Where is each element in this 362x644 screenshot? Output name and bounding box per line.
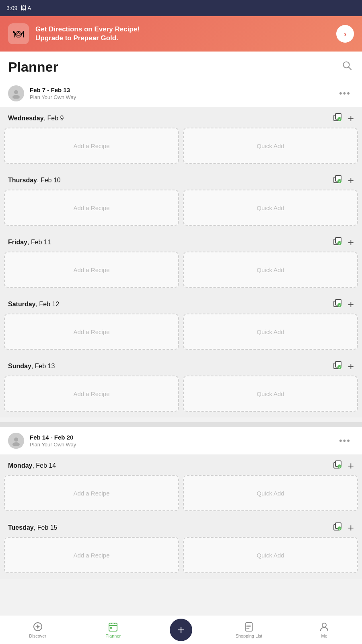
shopping-list-icon bbox=[244, 621, 254, 632]
svg-rect-39 bbox=[114, 623, 115, 624]
content-scroll: Feb 7 - Feb 13 Plan Your Own Way ••• Wed… bbox=[0, 80, 362, 616]
quick-add-label-fri: Quick Add bbox=[257, 266, 284, 273]
add-recipe-card-thu[interactable]: Add a Recipe bbox=[4, 190, 179, 226]
week-avatar-1 bbox=[8, 85, 24, 101]
quick-add-card-thu[interactable]: Quick Add bbox=[183, 190, 358, 226]
svg-rect-38 bbox=[111, 623, 112, 624]
quick-add-label-sat: Quick Add bbox=[257, 328, 284, 335]
copy-meal-plan-icon-sun[interactable]: ✓ bbox=[333, 360, 342, 372]
week-header-1: Feb 7 - Feb 13 Plan Your Own Way ••• bbox=[0, 80, 362, 107]
add-recipe-card-sun[interactable]: Add a Recipe bbox=[4, 376, 179, 412]
add-recipe-label-sun: Add a Recipe bbox=[73, 390, 109, 397]
add-day-button-sat[interactable]: + bbox=[348, 299, 354, 310]
week-dates-1: Feb 7 - Feb 13 bbox=[30, 87, 336, 93]
nav-item-discover[interactable]: Discover bbox=[0, 621, 76, 638]
svg-text:✓: ✓ bbox=[338, 180, 341, 184]
promo-icon: 🍽 bbox=[8, 23, 29, 44]
add-day-button-thu[interactable]: + bbox=[348, 175, 354, 186]
add-recipe-label-tue: Add a Recipe bbox=[73, 552, 109, 559]
nav-label-discover: Discover bbox=[29, 634, 46, 638]
quick-add-card-tue[interactable]: Quick Add bbox=[183, 537, 358, 573]
copy-meal-plan-icon-thu[interactable]: ✓ bbox=[333, 174, 342, 186]
svg-text:✓: ✓ bbox=[338, 527, 341, 531]
nav-item-add[interactable]: + bbox=[151, 619, 211, 641]
quick-add-card-mon[interactable]: Quick Add bbox=[183, 475, 358, 511]
day-label-wed: Wednesday, Feb 9 bbox=[8, 115, 64, 122]
day-header-mon: Monday, Feb 14 ✓ + bbox=[0, 455, 362, 475]
add-day-button-mon[interactable]: + bbox=[348, 460, 354, 471]
bottom-nav: Discover Planner + Shopping List bbox=[0, 615, 362, 644]
svg-text:✓: ✓ bbox=[338, 465, 341, 469]
add-day-button-wed[interactable]: + bbox=[348, 113, 354, 124]
quick-add-label-wed: Quick Add bbox=[257, 142, 284, 149]
svg-rect-36 bbox=[109, 623, 117, 631]
copy-meal-plan-icon-fri[interactable]: ✓ bbox=[333, 236, 342, 248]
add-recipe-card-mon[interactable]: Add a Recipe bbox=[4, 475, 179, 511]
copy-meal-plan-icon-mon[interactable]: ✓ bbox=[333, 460, 342, 472]
week-info-1: Feb 7 - Feb 13 Plan Your Own Way bbox=[30, 87, 336, 100]
add-recipe-label-fri: Add a Recipe bbox=[73, 266, 109, 273]
add-recipe-label-sat: Add a Recipe bbox=[73, 328, 109, 335]
svg-text:✓: ✓ bbox=[338, 366, 341, 369]
week-section-2: Feb 14 - Feb 20 Plan Your Own Way ••• Mo… bbox=[0, 427, 362, 579]
nav-item-planner[interactable]: Planner bbox=[76, 621, 151, 638]
copy-meal-plan-icon-tue[interactable]: ✓ bbox=[333, 522, 342, 534]
day-actions-wed: ✓ + bbox=[333, 112, 354, 124]
promo-arrow-button[interactable]: › bbox=[336, 25, 354, 43]
day-actions-sun: ✓ + bbox=[333, 360, 354, 372]
add-recipe-card-tue[interactable]: Add a Recipe bbox=[4, 537, 179, 573]
quick-add-card-sat[interactable]: Quick Add bbox=[183, 314, 358, 350]
nav-label-me: Me bbox=[321, 634, 327, 638]
day-cards-mon: Add a Recipe Quick Add bbox=[0, 475, 362, 517]
add-day-button-fri[interactable]: + bbox=[348, 237, 354, 248]
nav-label-planner: Planner bbox=[105, 634, 121, 638]
search-button[interactable] bbox=[340, 59, 354, 75]
promo-text: Get Directions on Every Recipe! Upgrade … bbox=[35, 25, 330, 42]
add-day-button-sun[interactable]: + bbox=[348, 361, 354, 372]
day-header-wed: Wednesday, Feb 9 ✓ + bbox=[0, 107, 362, 128]
quick-add-card-fri[interactable]: Quick Add bbox=[183, 252, 358, 288]
svg-text:✓: ✓ bbox=[338, 304, 341, 308]
svg-rect-37 bbox=[109, 625, 117, 626]
quick-add-card-sun[interactable]: Quick Add bbox=[183, 376, 358, 412]
promo-banner[interactable]: 🍽 Get Directions on Every Recipe! Upgrad… bbox=[0, 16, 362, 52]
copy-meal-plan-icon-sat[interactable]: ✓ bbox=[333, 298, 342, 310]
quick-add-label-thu: Quick Add bbox=[257, 204, 284, 211]
page-title: Planner bbox=[8, 59, 58, 75]
me-icon bbox=[319, 621, 329, 632]
add-recipe-card-fri[interactable]: Add a Recipe bbox=[4, 252, 179, 288]
day-section-mon: Monday, Feb 14 ✓ + Add bbox=[0, 455, 362, 517]
svg-text:✓: ✓ bbox=[338, 118, 341, 122]
quick-add-card-wed[interactable]: Quick Add bbox=[183, 128, 358, 164]
nav-item-me[interactable]: Me bbox=[287, 621, 362, 638]
nav-item-shopping[interactable]: Shopping List bbox=[211, 621, 287, 638]
add-button[interactable]: + bbox=[170, 619, 192, 641]
discover-icon bbox=[33, 621, 43, 632]
day-cards-sun: Add a Recipe Quick Add bbox=[0, 376, 362, 417]
week-info-2: Feb 14 - Feb 20 Plan Your Own Way bbox=[30, 434, 336, 448]
day-header-sun: Sunday, Feb 13 ✓ + bbox=[0, 355, 362, 376]
svg-point-45 bbox=[246, 625, 247, 625]
day-header-tue: Tuesday, Feb 15 ✓ + bbox=[0, 517, 362, 537]
week-more-button-1[interactable]: ••• bbox=[336, 87, 354, 100]
quick-add-label-tue: Quick Add bbox=[257, 552, 284, 559]
quick-add-label-mon: Quick Add bbox=[257, 490, 284, 497]
day-header-sat: Saturday, Feb 12 ✓ + bbox=[0, 293, 362, 314]
week-more-button-2[interactable]: ••• bbox=[336, 434, 354, 448]
copy-meal-plan-icon-wed[interactable]: ✓ bbox=[333, 112, 342, 124]
svg-text:✓: ✓ bbox=[338, 242, 341, 246]
status-icons: 🖼 A bbox=[21, 5, 31, 11]
day-actions-fri: ✓ + bbox=[333, 236, 354, 248]
week-dates-2: Feb 14 - Feb 20 bbox=[30, 434, 336, 441]
day-label-thu: Thursday, Feb 10 bbox=[8, 177, 61, 184]
add-recipe-label-mon: Add a Recipe bbox=[73, 490, 109, 497]
add-day-button-tue[interactable]: + bbox=[348, 522, 354, 533]
day-section-sat: Saturday, Feb 12 ✓ + Ad bbox=[0, 293, 362, 355]
week-separator bbox=[0, 422, 362, 427]
add-recipe-card-wed[interactable]: Add a Recipe bbox=[4, 128, 179, 164]
day-label-tue: Tuesday, Feb 15 bbox=[8, 524, 57, 531]
svg-point-25 bbox=[12, 442, 20, 446]
page-header: Planner bbox=[0, 52, 362, 80]
svg-rect-40 bbox=[110, 627, 112, 629]
add-recipe-card-sat[interactable]: Add a Recipe bbox=[4, 314, 179, 350]
